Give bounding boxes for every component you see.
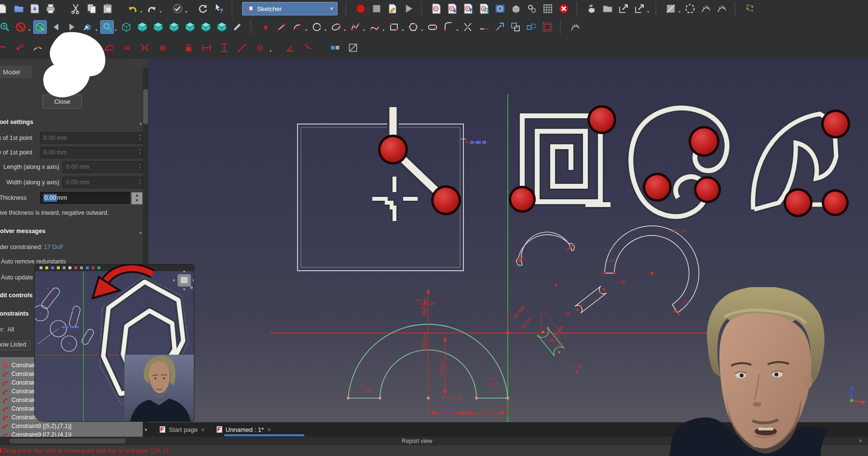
create-rectangle-button[interactable] — [387, 20, 401, 34]
constraint-list-item[interactable]: Constraint8 [(5,2),(7,1)] — [0, 422, 71, 430]
section-solver-messages[interactable]: Solver messages — [0, 228, 45, 237]
create-point-button[interactable] — [259, 20, 272, 34]
create-bspline-button[interactable] — [368, 20, 381, 34]
report-view-close-icon[interactable]: × — [859, 438, 862, 444]
constrain-distance-x-button[interactable] — [200, 41, 213, 55]
sketch-canvas[interactable]: ⊥20, 20R50 mmR30 mm-40 mm-50 mm0°⊥20⊥20⊥… — [149, 59, 868, 422]
dropdown-arrow-icon[interactable]: ▾ — [678, 10, 680, 14]
dependency-graph-button[interactable] — [743, 2, 757, 15]
sketch-point[interactable] — [379, 397, 381, 400]
dimension-label[interactable]: = 20 — [573, 364, 582, 369]
trim-edge-button[interactable] — [461, 20, 475, 34]
sketch-point[interactable] — [507, 397, 509, 400]
panel-hscrollbar-thumb[interactable] — [10, 439, 125, 443]
tab-close-icon[interactable]: × — [267, 426, 271, 433]
create-polyline-button[interactable] — [349, 20, 362, 34]
tab-start-page[interactable]: Start page× — [154, 422, 211, 437]
dropdown-arrow-icon[interactable]: ▾ — [325, 28, 326, 32]
refresh-button[interactable] — [196, 2, 210, 15]
part-box-button[interactable] — [585, 2, 598, 15]
zoom-fit-button[interactable] — [0, 20, 12, 34]
tab-list-chevron-icon[interactable]: ▾ — [145, 427, 147, 432]
create-slot-button[interactable] — [426, 20, 439, 34]
measure-button[interactable] — [231, 20, 244, 34]
selection-view-button[interactable] — [683, 2, 697, 15]
constrain-arc-button[interactable] — [0, 41, 9, 55]
extend-edge-button[interactable] — [477, 20, 490, 34]
dropdown-arrow-icon[interactable]: ▾ — [160, 10, 162, 14]
thickness-spinner[interactable]: ▲▼ — [131, 192, 143, 205]
view-left-button[interactable] — [215, 20, 229, 34]
dropdown-arrow-icon[interactable]: ▾ — [28, 28, 30, 32]
dimension-label[interactable]: 45° — [557, 342, 564, 347]
tab-model[interactable]: Model — [0, 66, 32, 78]
panel-overflow-dots[interactable]: ‥ — [127, 431, 131, 436]
cut-button[interactable] — [69, 2, 82, 15]
construction-geometry-button[interactable] — [541, 20, 554, 34]
create-sketch-button[interactable] — [430, 2, 443, 15]
merge-sketches-button[interactable] — [541, 2, 555, 15]
copy-button[interactable] — [85, 2, 98, 15]
constrain-angle-button[interactable] — [284, 41, 297, 55]
macro-play-button[interactable] — [402, 2, 415, 15]
constrain-equal-button[interactable]: = — [120, 41, 134, 55]
box-selection-button[interactable] — [33, 20, 47, 34]
constrain-block-button[interactable]: ⊗ — [156, 41, 169, 55]
view-axonometric-button[interactable] — [120, 20, 133, 34]
pip-navigation-cube[interactable] — [173, 270, 194, 290]
create-polygon-button[interactable] — [407, 20, 420, 34]
open-document-button[interactable] — [12, 2, 26, 15]
tutorial-video-overlay[interactable] — [35, 264, 194, 421]
macro-edit-button[interactable] — [386, 2, 399, 15]
constrain-snell-button[interactable] — [301, 41, 315, 55]
zoom-selection-button[interactable] — [100, 20, 114, 34]
dropdown-arrow-icon[interactable]: ▾ — [140, 10, 142, 14]
replace-link-button[interactable] — [633, 2, 646, 15]
undo-button[interactable] — [126, 2, 139, 15]
dropdown-arrow-icon[interactable]: ▾ — [115, 28, 117, 32]
dimension-label[interactable]: ⊥22, 21 — [669, 228, 686, 233]
dimension-label[interactable]: R3 mm — [512, 304, 526, 319]
view-bottom-button[interactable] — [199, 20, 213, 34]
auto-remove-redundants[interactable]: Auto remove redundants — [1, 258, 66, 265]
constrain-perpendicular-button[interactable]: ⊥ — [84, 41, 98, 55]
workbench-selector[interactable]: Sketcher▼ — [242, 2, 338, 15]
create-line-button[interactable] — [275, 20, 288, 34]
new-document-button[interactable] — [0, 2, 10, 15]
appearance-button[interactable] — [664, 2, 678, 15]
navigate-forward-button[interactable] — [65, 20, 79, 34]
dimension-label[interactable]: 20 mm — [551, 325, 564, 339]
validate-button[interactable] — [171, 2, 184, 15]
dropdown-arrow-icon[interactable]: ▾ — [402, 28, 404, 32]
dimension-label[interactable]: ⊥20 — [489, 381, 498, 386]
import-sketch-button[interactable] — [446, 2, 459, 15]
constrain-tangent-button[interactable] — [102, 41, 116, 55]
toggle-driving-constraint-button[interactable] — [328, 41, 342, 55]
dock-handle[interactable]: ···· — [132, 61, 141, 67]
constrain-symmetric-button[interactable] — [138, 41, 151, 55]
thickness-input[interactable]: 0.00 mm — [40, 192, 130, 204]
group-button[interactable] — [601, 2, 614, 15]
show-listed-box[interactable]: Show Listed — [0, 339, 32, 352]
dof-link[interactable]: 17 DoF — [44, 244, 63, 250]
dimension-label[interactable]: -40 mm — [439, 361, 444, 377]
constrain-distance-button[interactable] — [235, 41, 249, 55]
dimension-label[interactable]: ⊥20 — [362, 388, 371, 393]
dimension-label[interactable]: = 20 — [616, 279, 625, 285]
dimension-label[interactable]: = 20 — [561, 311, 570, 316]
map-sketch-button[interactable] — [493, 2, 507, 15]
validate-sketch-button[interactable] — [525, 2, 539, 15]
spline-degree-button[interactable] — [699, 2, 713, 15]
dropdown-arrow-icon[interactable]: ▾ — [382, 28, 384, 32]
dropdown-arrow-icon[interactable]: ▾ — [305, 28, 307, 32]
tool-setting-input[interactable]: 0.00 mm▴▾ — [63, 161, 143, 173]
spline-comb-button[interactable] — [715, 2, 729, 15]
constrain-point-on-object-button[interactable] — [31, 41, 44, 55]
constrain-horizontal-button[interactable] — [67, 41, 80, 55]
make-link-button[interactable] — [617, 2, 630, 15]
save-document-button[interactable] — [28, 2, 41, 15]
redo-button[interactable] — [145, 2, 159, 15]
section-constraints[interactable]: Constraints — [0, 310, 28, 320]
dropdown-arrow-icon[interactable]: ▾ — [95, 28, 97, 32]
dimension-label[interactable]: = 10 — [544, 337, 554, 343]
